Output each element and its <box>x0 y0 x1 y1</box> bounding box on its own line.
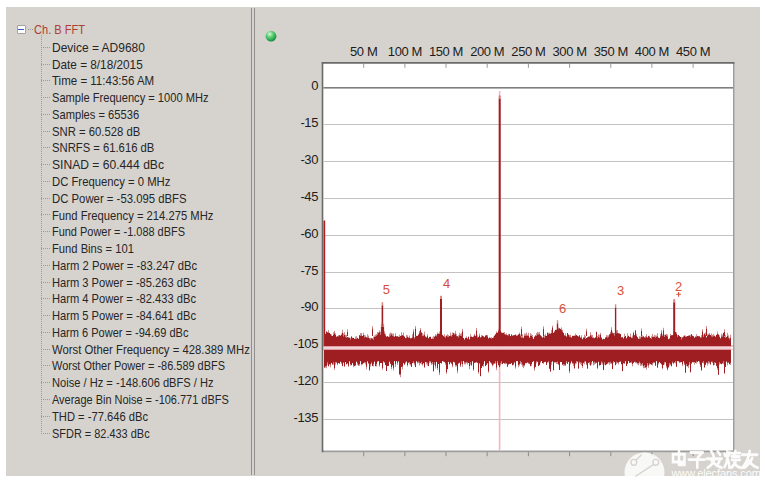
svg-text:-15: -15 <box>300 115 318 130</box>
svg-text:www.elecfans.com: www.elecfans.com <box>671 467 761 479</box>
svg-text:300 M: 300 M <box>553 44 587 59</box>
svg-text:400 M: 400 M <box>635 44 669 59</box>
svg-text:2: 2 <box>675 279 682 294</box>
svg-text:150 M: 150 M <box>429 44 463 59</box>
svg-text:-45: -45 <box>300 189 318 204</box>
svg-text:350 M: 350 M <box>594 44 628 59</box>
svg-text:-120: -120 <box>294 373 319 388</box>
svg-text:-90: -90 <box>300 299 318 314</box>
svg-text:0: 0 <box>311 78 318 93</box>
svg-text:250 M: 250 M <box>511 44 545 59</box>
svg-text:4: 4 <box>443 276 450 291</box>
svg-text:-30: -30 <box>300 152 318 167</box>
svg-text:-75: -75 <box>300 263 318 278</box>
svg-text:50 M: 50 M <box>350 44 377 59</box>
svg-text:5: 5 <box>383 282 390 297</box>
svg-text:450 M: 450 M <box>676 44 710 59</box>
svg-text:100 M: 100 M <box>388 44 422 59</box>
svg-text:6: 6 <box>559 301 566 316</box>
svg-text:-135: -135 <box>294 410 319 425</box>
svg-text:3: 3 <box>617 283 624 298</box>
svg-text:200 M: 200 M <box>470 44 504 59</box>
svg-text:-60: -60 <box>300 226 318 241</box>
svg-text:-105: -105 <box>294 336 319 351</box>
